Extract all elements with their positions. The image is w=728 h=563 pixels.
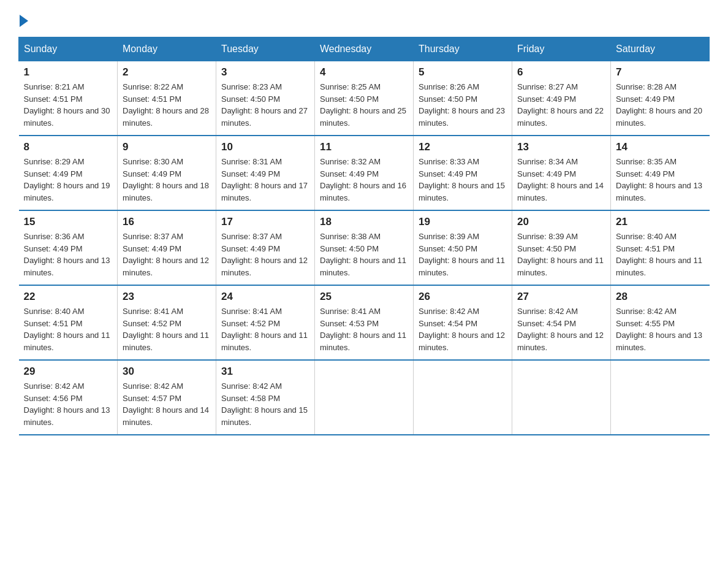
calendar-cell bbox=[512, 360, 611, 435]
day-info: Sunrise: 8:31 AMSunset: 4:49 PMDaylight:… bbox=[221, 157, 308, 202]
day-info: Sunrise: 8:22 AMSunset: 4:51 PMDaylight:… bbox=[123, 82, 209, 128]
day-number: 15 bbox=[24, 216, 113, 228]
day-info: Sunrise: 8:41 AMSunset: 4:52 PMDaylight:… bbox=[221, 307, 308, 352]
day-number: 26 bbox=[419, 291, 507, 303]
logo bbox=[18, 12, 28, 27]
day-info: Sunrise: 8:33 AMSunset: 4:49 PMDaylight:… bbox=[419, 157, 505, 202]
calendar-cell: 4Sunrise: 8:25 AMSunset: 4:50 PMDaylight… bbox=[315, 61, 414, 136]
calendar-cell: 14Sunrise: 8:35 AMSunset: 4:49 PMDayligh… bbox=[611, 136, 710, 210]
day-info: Sunrise: 8:42 AMSunset: 4:57 PMDaylight:… bbox=[123, 381, 209, 427]
calendar-cell bbox=[315, 360, 414, 435]
calendar-cell: 26Sunrise: 8:42 AMSunset: 4:54 PMDayligh… bbox=[414, 285, 512, 360]
day-info: Sunrise: 8:39 AMSunset: 4:50 PMDaylight:… bbox=[517, 232, 604, 277]
calendar-week-row: 22Sunrise: 8:40 AMSunset: 4:51 PMDayligh… bbox=[19, 285, 710, 360]
day-number: 30 bbox=[123, 366, 211, 378]
calendar-cell: 19Sunrise: 8:39 AMSunset: 4:50 PMDayligh… bbox=[414, 210, 512, 285]
calendar-header-row: SundayMondayTuesdayWednesdayThursdayFrid… bbox=[19, 37, 710, 61]
calendar-cell: 15Sunrise: 8:36 AMSunset: 4:49 PMDayligh… bbox=[19, 210, 118, 285]
calendar-cell: 13Sunrise: 8:34 AMSunset: 4:49 PMDayligh… bbox=[512, 136, 611, 210]
calendar-week-row: 29Sunrise: 8:42 AMSunset: 4:56 PMDayligh… bbox=[19, 360, 710, 435]
header-tuesday: Tuesday bbox=[216, 37, 315, 61]
calendar-cell: 5Sunrise: 8:26 AMSunset: 4:50 PMDaylight… bbox=[414, 61, 512, 136]
calendar-cell: 8Sunrise: 8:29 AMSunset: 4:49 PMDaylight… bbox=[19, 136, 118, 210]
calendar-cell: 30Sunrise: 8:42 AMSunset: 4:57 PMDayligh… bbox=[118, 360, 216, 435]
day-info: Sunrise: 8:40 AMSunset: 4:51 PMDaylight:… bbox=[24, 307, 110, 352]
day-info: Sunrise: 8:42 AMSunset: 4:56 PMDaylight:… bbox=[24, 381, 110, 427]
calendar-cell: 7Sunrise: 8:28 AMSunset: 4:49 PMDaylight… bbox=[611, 61, 710, 136]
day-info: Sunrise: 8:42 AMSunset: 4:54 PMDaylight:… bbox=[419, 307, 505, 352]
header-wednesday: Wednesday bbox=[315, 37, 414, 61]
day-info: Sunrise: 8:39 AMSunset: 4:50 PMDaylight:… bbox=[419, 232, 505, 277]
day-number: 31 bbox=[221, 366, 309, 378]
logo-arrow-icon bbox=[20, 15, 28, 27]
day-info: Sunrise: 8:42 AMSunset: 4:54 PMDaylight:… bbox=[517, 307, 604, 352]
day-number: 2 bbox=[123, 66, 211, 79]
day-number: 28 bbox=[616, 291, 705, 303]
calendar-cell: 18Sunrise: 8:38 AMSunset: 4:50 PMDayligh… bbox=[315, 210, 414, 285]
calendar-cell: 23Sunrise: 8:41 AMSunset: 4:52 PMDayligh… bbox=[118, 285, 216, 360]
day-info: Sunrise: 8:35 AMSunset: 4:49 PMDaylight:… bbox=[616, 157, 702, 202]
day-number: 21 bbox=[616, 216, 705, 228]
calendar-cell: 31Sunrise: 8:42 AMSunset: 4:58 PMDayligh… bbox=[216, 360, 315, 435]
day-info: Sunrise: 8:25 AMSunset: 4:50 PMDaylight:… bbox=[320, 82, 406, 128]
calendar-table: SundayMondayTuesdayWednesdayThursdayFrid… bbox=[18, 37, 710, 435]
day-number: 11 bbox=[320, 141, 408, 153]
day-number: 6 bbox=[517, 66, 605, 79]
day-number: 4 bbox=[320, 66, 408, 79]
day-info: Sunrise: 8:23 AMSunset: 4:50 PMDaylight:… bbox=[221, 82, 308, 128]
page-header bbox=[18, 12, 710, 27]
day-number: 10 bbox=[221, 141, 309, 153]
day-number: 25 bbox=[320, 291, 408, 303]
day-info: Sunrise: 8:40 AMSunset: 4:51 PMDaylight:… bbox=[616, 232, 702, 277]
calendar-cell bbox=[414, 360, 512, 435]
day-info: Sunrise: 8:21 AMSunset: 4:51 PMDaylight:… bbox=[24, 82, 110, 128]
day-number: 17 bbox=[221, 216, 309, 228]
header-friday: Friday bbox=[512, 37, 611, 61]
calendar-cell: 9Sunrise: 8:30 AMSunset: 4:49 PMDaylight… bbox=[118, 136, 216, 210]
calendar-cell: 16Sunrise: 8:37 AMSunset: 4:49 PMDayligh… bbox=[118, 210, 216, 285]
day-info: Sunrise: 8:37 AMSunset: 4:49 PMDaylight:… bbox=[123, 232, 209, 277]
calendar-cell: 27Sunrise: 8:42 AMSunset: 4:54 PMDayligh… bbox=[512, 285, 611, 360]
day-info: Sunrise: 8:36 AMSunset: 4:49 PMDaylight:… bbox=[24, 232, 110, 277]
day-info: Sunrise: 8:34 AMSunset: 4:49 PMDaylight:… bbox=[517, 157, 604, 202]
day-number: 9 bbox=[123, 141, 211, 153]
day-number: 18 bbox=[320, 216, 408, 228]
day-info: Sunrise: 8:26 AMSunset: 4:50 PMDaylight:… bbox=[419, 82, 505, 128]
day-number: 29 bbox=[24, 366, 113, 378]
header-monday: Monday bbox=[118, 37, 216, 61]
header-sunday: Sunday bbox=[19, 37, 118, 61]
day-number: 20 bbox=[517, 216, 605, 228]
calendar-cell: 11Sunrise: 8:32 AMSunset: 4:49 PMDayligh… bbox=[315, 136, 414, 210]
day-number: 7 bbox=[616, 66, 705, 79]
calendar-cell: 2Sunrise: 8:22 AMSunset: 4:51 PMDaylight… bbox=[118, 61, 216, 136]
day-info: Sunrise: 8:42 AMSunset: 4:58 PMDaylight:… bbox=[221, 381, 308, 427]
day-info: Sunrise: 8:29 AMSunset: 4:49 PMDaylight:… bbox=[24, 157, 110, 202]
calendar-cell: 22Sunrise: 8:40 AMSunset: 4:51 PMDayligh… bbox=[19, 285, 118, 360]
calendar-cell: 28Sunrise: 8:42 AMSunset: 4:55 PMDayligh… bbox=[611, 285, 710, 360]
calendar-cell: 6Sunrise: 8:27 AMSunset: 4:49 PMDaylight… bbox=[512, 61, 611, 136]
day-info: Sunrise: 8:38 AMSunset: 4:50 PMDaylight:… bbox=[320, 232, 406, 277]
day-number: 23 bbox=[123, 291, 211, 303]
calendar-cell: 29Sunrise: 8:42 AMSunset: 4:56 PMDayligh… bbox=[19, 360, 118, 435]
day-info: Sunrise: 8:41 AMSunset: 4:52 PMDaylight:… bbox=[123, 307, 209, 352]
calendar-cell bbox=[611, 360, 710, 435]
header-saturday: Saturday bbox=[611, 37, 710, 61]
day-info: Sunrise: 8:41 AMSunset: 4:53 PMDaylight:… bbox=[320, 307, 406, 352]
day-number: 13 bbox=[517, 141, 605, 153]
day-number: 24 bbox=[221, 291, 309, 303]
calendar-cell: 21Sunrise: 8:40 AMSunset: 4:51 PMDayligh… bbox=[611, 210, 710, 285]
day-number: 8 bbox=[24, 141, 113, 153]
day-number: 1 bbox=[24, 66, 113, 79]
calendar-cell: 1Sunrise: 8:21 AMSunset: 4:51 PMDaylight… bbox=[19, 61, 118, 136]
day-info: Sunrise: 8:30 AMSunset: 4:49 PMDaylight:… bbox=[123, 157, 209, 202]
calendar-cell: 20Sunrise: 8:39 AMSunset: 4:50 PMDayligh… bbox=[512, 210, 611, 285]
day-number: 12 bbox=[419, 141, 507, 153]
day-info: Sunrise: 8:42 AMSunset: 4:55 PMDaylight:… bbox=[616, 307, 702, 352]
calendar-cell: 25Sunrise: 8:41 AMSunset: 4:53 PMDayligh… bbox=[315, 285, 414, 360]
day-number: 22 bbox=[24, 291, 113, 303]
day-info: Sunrise: 8:32 AMSunset: 4:49 PMDaylight:… bbox=[320, 157, 406, 202]
calendar-week-row: 1Sunrise: 8:21 AMSunset: 4:51 PMDaylight… bbox=[19, 61, 710, 136]
calendar-cell: 10Sunrise: 8:31 AMSunset: 4:49 PMDayligh… bbox=[216, 136, 315, 210]
day-info: Sunrise: 8:27 AMSunset: 4:49 PMDaylight:… bbox=[517, 82, 604, 128]
day-info: Sunrise: 8:37 AMSunset: 4:49 PMDaylight:… bbox=[221, 232, 308, 277]
